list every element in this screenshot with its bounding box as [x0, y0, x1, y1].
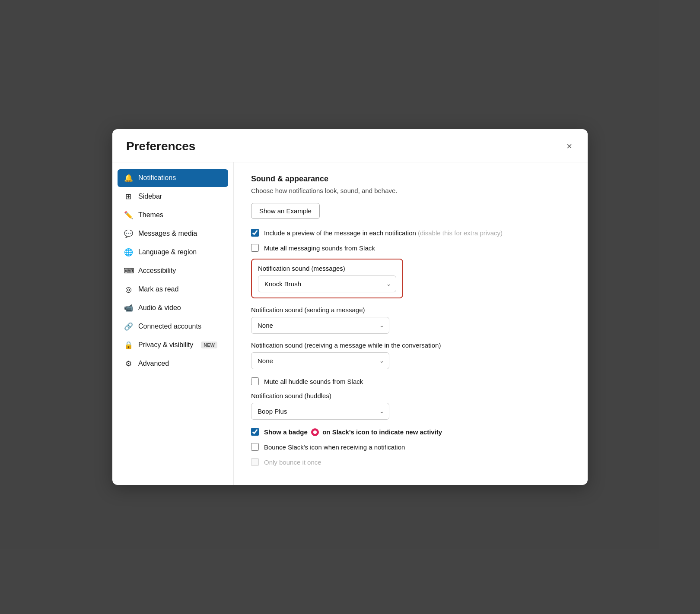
- notification-sound-receiving-label: Notification sound (receiving a message …: [251, 342, 570, 349]
- sidebar-item-language-region[interactable]: 🌐 Language & region: [118, 244, 228, 261]
- notification-sound-messages-select[interactable]: Knock Brush None Ding Boop Boop Plus: [258, 275, 396, 292]
- sidebar-item-privacy-visibility[interactable]: 🔒 Privacy & visibility NEW: [118, 336, 228, 354]
- sidebar-item-label: Messages & media: [138, 230, 197, 237]
- accessibility-icon: ⌨: [124, 266, 133, 275]
- sidebar-item-label: Audio & video: [138, 304, 181, 312]
- connected-icon: 🔗: [124, 322, 133, 331]
- notification-sound-sending-section: Notification sound (sending a message) N…: [251, 306, 570, 334]
- sidebar-item-mark-as-read[interactable]: ◎ Mark as read: [118, 281, 228, 298]
- audio-video-icon: 📹: [124, 304, 133, 313]
- sidebar-item-label: Accessibility: [138, 267, 176, 275]
- mute-huddle-row: Mute all huddle sounds from Slack: [251, 377, 570, 386]
- themes-icon: ✏️: [124, 211, 133, 220]
- sidebar-item-themes[interactable]: ✏️ Themes: [118, 206, 228, 224]
- notification-sound-receiving-section: Notification sound (receiving a message …: [251, 342, 570, 369]
- sidebar-item-notifications[interactable]: 🔔 Notifications: [118, 169, 228, 187]
- show-badge-label: Show a badge on Slack's icon to indicate…: [264, 427, 442, 437]
- preferences-modal: Preferences × 🔔 Notifications ⊞ Sidebar …: [112, 129, 588, 485]
- notification-sound-sending-wrapper: None Knock Brush Ding Boop Boop Plus ⌄: [251, 317, 389, 334]
- sidebar-item-sidebar[interactable]: ⊞ Sidebar: [118, 188, 228, 206]
- sidebar-item-label: Language & region: [138, 248, 197, 256]
- only-bounce-once-label: Only bounce it once: [264, 458, 321, 467]
- show-example-button[interactable]: Show an Example: [251, 203, 320, 219]
- notification-sound-huddles-label: Notification sound (huddles): [251, 392, 570, 399]
- new-badge: NEW: [201, 342, 217, 348]
- notification-sound-huddles-wrapper: Boop Plus None Knock Brush Ding Boop ⌄: [251, 403, 389, 420]
- mark-read-icon: ◎: [124, 285, 133, 294]
- lock-icon: 🔒: [124, 341, 133, 350]
- main-content: Sound & appearance Choose how notificati…: [233, 162, 588, 485]
- sidebar-icon: ⊞: [124, 192, 133, 201]
- notification-sound-sending-select[interactable]: None Knock Brush Ding Boop Boop Plus: [251, 317, 389, 334]
- mute-huddle-checkbox[interactable]: [251, 377, 259, 385]
- advanced-icon: ⚙: [124, 359, 133, 368]
- modal-title: Preferences: [126, 139, 195, 153]
- include-preview-label: Include a preview of the message in each…: [264, 228, 503, 237]
- modal-body: 🔔 Notifications ⊞ Sidebar ✏️ Themes 💬 Me…: [112, 162, 588, 485]
- bounce-icon-label: Bounce Slack's icon when receiving a not…: [264, 443, 405, 452]
- bounce-icon-checkbox[interactable]: [251, 443, 259, 451]
- show-badge-checkbox[interactable]: [251, 428, 259, 436]
- privacy-link: (disable this for extra privacy): [418, 229, 503, 237]
- mute-huddle-label: Mute all huddle sounds from Slack: [264, 377, 363, 386]
- sidebar-item-label: Privacy & visibility: [138, 341, 193, 349]
- notification-sound-messages-label: Notification sound (messages): [258, 265, 396, 272]
- close-button[interactable]: ×: [565, 140, 574, 153]
- sidebar-item-accessibility[interactable]: ⌨ Accessibility: [118, 262, 228, 280]
- language-icon: 🌐: [124, 248, 133, 257]
- sidebar-item-label: Mark as read: [138, 285, 178, 293]
- show-badge-row: Show a badge on Slack's icon to indicate…: [251, 427, 570, 437]
- only-bounce-once-row: Only bounce it once: [251, 458, 570, 467]
- notification-sound-huddles-select[interactable]: Boop Plus None Knock Brush Ding Boop: [251, 403, 389, 420]
- badge-icon: [311, 428, 319, 436]
- notification-sound-messages-section: Notification sound (messages) Knock Brus…: [251, 259, 403, 298]
- include-preview-row: Include a preview of the message in each…: [251, 228, 570, 237]
- sidebar-item-label: Themes: [138, 211, 163, 219]
- sidebar-item-label: Notifications: [138, 174, 176, 182]
- notification-sound-receiving-select[interactable]: None Knock Brush Ding Boop Boop Plus: [251, 352, 389, 369]
- section-title: Sound & appearance: [251, 174, 570, 184]
- messages-icon: 💬: [124, 229, 133, 238]
- bell-icon: 🔔: [124, 174, 133, 183]
- sidebar: 🔔 Notifications ⊞ Sidebar ✏️ Themes 💬 Me…: [112, 162, 233, 485]
- notification-sound-sending-label: Notification sound (sending a message): [251, 306, 570, 313]
- sidebar-item-label: Advanced: [138, 360, 169, 367]
- sidebar-item-label: Connected accounts: [138, 323, 201, 330]
- mute-messaging-row: Mute all messaging sounds from Slack: [251, 244, 570, 253]
- modal-overlay: Preferences × 🔔 Notifications ⊞ Sidebar …: [0, 0, 700, 614]
- bounce-icon-row: Bounce Slack's icon when receiving a not…: [251, 443, 570, 452]
- mute-messaging-checkbox[interactable]: [251, 244, 259, 252]
- sidebar-item-advanced[interactable]: ⚙ Advanced: [118, 355, 228, 373]
- sidebar-item-connected-accounts[interactable]: 🔗 Connected accounts: [118, 318, 228, 335]
- only-bounce-once-checkbox: [251, 458, 259, 466]
- sidebar-item-label: Sidebar: [138, 193, 162, 200]
- notification-sound-messages-wrapper: Knock Brush None Ding Boop Boop Plus ⌄: [258, 275, 396, 292]
- sidebar-item-audio-video[interactable]: 📹 Audio & video: [118, 299, 228, 317]
- include-preview-checkbox[interactable]: [251, 229, 259, 237]
- notification-sound-receiving-wrapper: None Knock Brush Ding Boop Boop Plus ⌄: [251, 352, 389, 369]
- notification-sound-huddles-section: Notification sound (huddles) Boop Plus N…: [251, 392, 570, 420]
- modal-header: Preferences ×: [112, 129, 588, 162]
- section-desc: Choose how notifications look, sound, an…: [251, 187, 570, 194]
- sidebar-item-messages-media[interactable]: 💬 Messages & media: [118, 225, 228, 243]
- mute-messaging-label: Mute all messaging sounds from Slack: [264, 244, 375, 253]
